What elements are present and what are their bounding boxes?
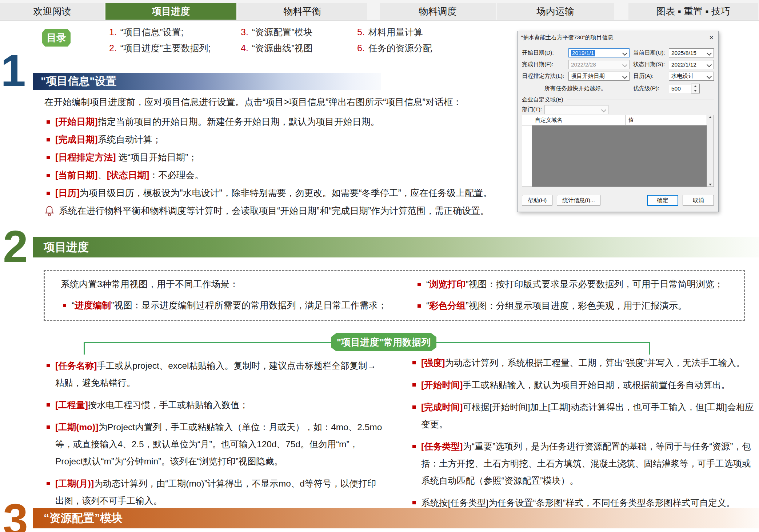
bullet-square-icon xyxy=(47,425,50,429)
status-date-label: 状态日期(S): xyxy=(633,61,669,68)
section2-number: 2 xyxy=(3,224,28,269)
chevron-down-icon[interactable] xyxy=(622,51,627,56)
section1-body: 在开始编制项目进度前，应对项目信息进行设置。点击“项目>项目信息”弹出右图所示“… xyxy=(44,96,534,220)
start-date-value: 2019/1/1 xyxy=(571,50,595,56)
department-label: 部门(T): xyxy=(522,106,544,113)
bullet-square-icon xyxy=(47,174,50,177)
bullet-task-name: [任务名称]手工或从project、excel粘贴输入。复制时，建议点击标题栏全… xyxy=(44,357,383,391)
bullet-square-icon xyxy=(47,120,50,124)
bullet-finish-date: [完成日期]系统自动计算； xyxy=(44,133,534,145)
current-date-combo[interactable]: 2025/8/15 xyxy=(669,48,714,57)
toc-item-1: 1.“项目信息”设置; xyxy=(109,26,211,38)
toc-text: “资源曲线”视图 xyxy=(252,43,313,53)
bullet-square-icon xyxy=(47,156,50,159)
cancel-button[interactable]: 取消 xyxy=(683,195,714,206)
custom-fields-table-main: 自定义域名 值 xyxy=(522,115,707,187)
bullet-start-date: [开始日期]指定当前项目的开始日期。新建任务开始日期，默认为项目开始日期。 xyxy=(44,116,534,128)
views-dashed-box: 系统内置3种常用视图，用于不同工作场景： “进度编制”视图：显示进度编制过程所需… xyxy=(44,270,745,321)
table-body xyxy=(522,125,707,187)
views-grid: 系统内置3种常用视图，用于不同工作场景： “进度编制”视图：显示进度编制过程所需… xyxy=(45,271,744,321)
bullet-quantity: [工程量]按水电工程习惯，手工或粘贴输入数值； xyxy=(44,396,383,413)
start-date-label: 开始日期(D): xyxy=(522,49,568,57)
section2-header: 项目进度 xyxy=(33,237,759,257)
schedule-hint: 所有任务越快开始越好。 xyxy=(522,85,630,92)
bullet-duration-mo: [工期(mo)]为Project内置列，手工或粘贴输入（单位：月或天），如：4m… xyxy=(44,419,383,470)
toc-text: “项目信息”设置; xyxy=(120,27,184,37)
scroll-down-icon[interactable] xyxy=(709,184,712,185)
views-left-column: 系统内置3种常用视图，用于不同工作场景： “进度编制”视图：显示进度编制过程所需… xyxy=(61,278,415,321)
bullet-schedule-method: [日程排定方法] 选“项目开始日期”； xyxy=(44,151,534,163)
section1-note: 系统在进行物料平衡和物料调度等计算时，会读取项目“开始日期”和“完成日期”作为计… xyxy=(44,205,534,220)
section1-number: 1 xyxy=(1,48,26,93)
sheet-tabs: 欢迎阅读 项目进度 物料平衡 物料调度 场内运输 图表 ▪ 重置 ▪ 技巧 xyxy=(0,3,758,20)
priority-label: 优先级(P): xyxy=(633,85,669,92)
custom-fields-table: 自定义域名 值 xyxy=(522,115,714,187)
bullet-square-icon xyxy=(47,482,50,485)
spinner-down-icon[interactable] xyxy=(691,89,699,93)
data-columns-label: "项目进度"常用数据列 xyxy=(331,333,436,351)
toc-item-4: 4.“资源曲线”视图 xyxy=(241,42,313,54)
calendar-combo[interactable]: 水电设计 xyxy=(669,72,714,81)
scroll-up-icon[interactable] xyxy=(709,116,712,118)
bullet-square-icon xyxy=(412,383,416,387)
chevron-down-icon xyxy=(601,107,606,112)
dialog-buttons: 帮助(H) 统计信息(I)... 确定 取消 xyxy=(522,195,714,206)
department-combo[interactable] xyxy=(544,105,608,114)
statistics-button[interactable]: 统计信息(I)... xyxy=(557,195,600,206)
bullet-start-time: [开始时间]手工或粘贴输入，默认为项目开始日期，或根据前置任务自动算出。 xyxy=(410,376,756,393)
spinner-up-icon[interactable] xyxy=(691,84,699,89)
bullet-square-icon xyxy=(47,364,50,367)
schedule-method-combo[interactable]: 项目开始日期 xyxy=(568,72,630,81)
table-header-value: 值 xyxy=(626,115,707,125)
tab-charts-reset-tips[interactable]: 图表 ▪ 重置 ▪ 技巧 xyxy=(628,3,758,20)
bullet-finish-time: [完成时间]可根据[开始时间]加上[工期]动态计算得出，也可手工输入，但[工期]… xyxy=(410,399,756,433)
table-scrollbar[interactable] xyxy=(707,115,714,187)
close-icon[interactable]: × xyxy=(704,33,718,42)
calendar-value: 水电设计 xyxy=(671,72,694,80)
tab-welcome[interactable]: 欢迎阅读 xyxy=(0,3,104,20)
enterprise-fields-label: 企业自定义域(E) xyxy=(522,96,563,104)
section1-header: "项目信息"设置 xyxy=(33,73,381,90)
bullet-view-editing: “进度编制”视图：显示进度编制过程所需要的常用数据列，满足日常工作需求； xyxy=(61,299,415,311)
current-date-label: 当前日期(U): xyxy=(633,49,669,57)
bullet-square-icon xyxy=(412,445,416,448)
dialog-title: “抽水蓄能土石方平衡730”的项目信息 xyxy=(521,34,613,41)
tutorial-sheet: 欢迎阅读 项目进度 物料平衡 物料调度 场内运输 图表 ▪ 重置 ▪ 技巧 目录… xyxy=(0,0,759,532)
toc-num: 6. xyxy=(357,43,365,53)
toc-item-5: 5.材料用量计算 xyxy=(357,26,432,38)
priority-value: 500 xyxy=(671,85,681,92)
tab-material-scheduling[interactable]: 物料调度 xyxy=(380,3,496,20)
dialog-row-schedule: 日程排定方法(L): 项目开始日期 日历(A): 水电设计 xyxy=(522,71,714,81)
chevron-down-icon[interactable] xyxy=(707,62,712,67)
start-date-combo[interactable]: 2019/1/1 xyxy=(568,48,630,57)
toc-badge: 目录 xyxy=(42,29,71,47)
bullet-intensity: [强度]为动态计算列，系统根据工程量、工期，算出“强度”并写入，无法手工输入。 xyxy=(410,354,756,371)
bullet-square-icon xyxy=(412,501,416,504)
finish-date-combo[interactable]: 2022/2/28 xyxy=(568,60,630,69)
ok-button[interactable]: 确定 xyxy=(647,195,678,206)
status-date-combo[interactable]: 2022/1/12 xyxy=(669,60,714,69)
toc-num: 1. xyxy=(109,27,117,37)
toc-column-1: 1.“项目信息”设置; 2.“项目进度”主要数据列; xyxy=(109,26,211,54)
chevron-down-icon[interactable] xyxy=(707,74,712,79)
chevron-down-icon[interactable] xyxy=(622,74,627,79)
section3-number: 3 xyxy=(3,497,28,532)
views-intro: 系统内置3种常用视图，用于不同工作场景： xyxy=(61,278,415,290)
chevron-down-icon xyxy=(622,62,627,67)
priority-spinner[interactable] xyxy=(691,84,700,93)
help-button[interactable]: 帮助(H) xyxy=(522,195,552,206)
tab-material-balance[interactable]: 物料平衡 xyxy=(237,3,367,20)
table-empty-area xyxy=(532,125,707,187)
toc-text: “资源配置”模块 xyxy=(252,27,313,37)
tab-project-progress[interactable]: 项目进度 xyxy=(105,3,236,20)
chevron-down-icon[interactable] xyxy=(707,51,712,56)
toc-text: 任务的资源分配 xyxy=(368,43,432,53)
dialog-titlebar: “抽水蓄能土石方平衡730”的项目信息 × xyxy=(518,31,718,44)
finish-date-label: 完成日期(F): xyxy=(522,61,568,68)
bullet-task-type: [任务类型]为“重要”选项列，是为任务进行资源配置的基础，等同于与任务“资源”，… xyxy=(410,438,756,489)
data-columns-left: [任务名称]手工或从project、excel粘贴输入。复制时，建议点击标题栏全… xyxy=(44,357,383,514)
toc-num: 5. xyxy=(357,27,365,37)
bell-icon xyxy=(44,205,55,220)
tab-site-transport[interactable]: 场内运输 xyxy=(497,3,614,20)
priority-input[interactable]: 500 xyxy=(669,84,691,93)
